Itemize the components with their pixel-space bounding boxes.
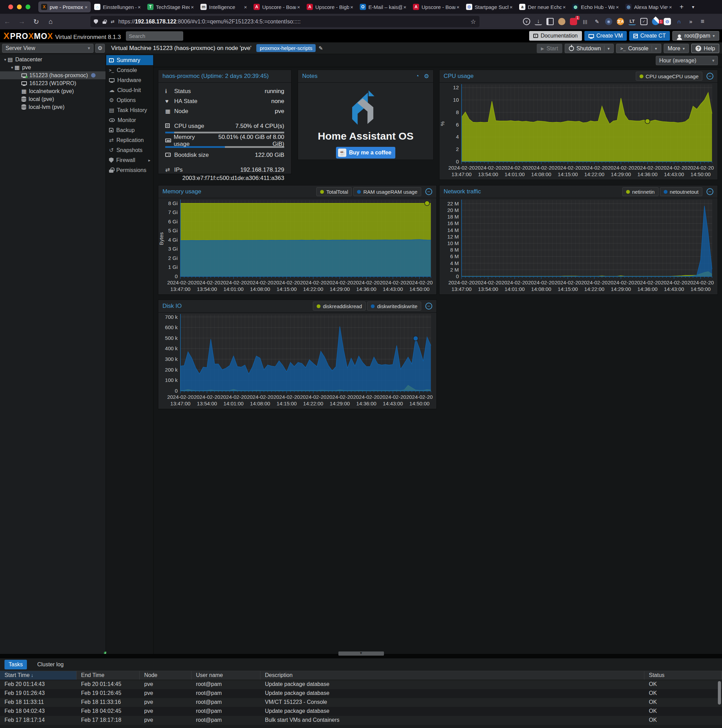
- tab-close-icon[interactable]: ×: [668, 4, 673, 10]
- edit-tags-pencil-icon[interactable]: ✎: [319, 45, 323, 51]
- sidebar-icon[interactable]: [546, 18, 554, 25]
- menu-item-options[interactable]: ⚙Options: [106, 95, 153, 105]
- notes-open-icon[interactable]: ◔: [415, 73, 419, 80]
- table-row[interactable]: Feb 17 18:17:14Feb 17 18:17:18pveroot@pa…: [0, 716, 722, 725]
- tree-expander-icon[interactable]: ▾: [10, 65, 14, 70]
- bottom-splitter[interactable]: ▼: [0, 654, 722, 658]
- chevron-down-icon[interactable]: ▾: [655, 46, 657, 51]
- global-search-input[interactable]: Search: [126, 31, 183, 41]
- tasks-scrollbar[interactable]: [718, 681, 721, 705]
- menu-item-cloud-init[interactable]: ☁Cloud-Init: [106, 85, 153, 95]
- window-minimize-button[interactable]: [17, 5, 22, 9]
- url-bar[interactable]: ⇄ https://192.168.178.122:8006/#v1:0:=qe…: [90, 16, 480, 27]
- extension-globe-icon[interactable]: ◉: [605, 18, 612, 25]
- help-button[interactable]: ? Help: [691, 44, 719, 53]
- browser-tab[interactable]: AUpscore - Boards×: [410, 2, 463, 12]
- tracking-protection-shield-icon[interactable]: [94, 19, 98, 24]
- window-close-button[interactable]: [8, 5, 13, 9]
- start-button[interactable]: ▶ Start: [537, 44, 562, 53]
- legend-item-cpu-usage[interactable]: CPU usageCPU usage: [636, 72, 702, 81]
- menu-item-summary[interactable]: Summary: [106, 55, 153, 65]
- menu-item-monitor[interactable]: Monitor: [106, 115, 153, 125]
- tab-close-icon[interactable]: ×: [562, 4, 567, 10]
- notes-settings-gear-icon[interactable]: ⚙: [424, 73, 429, 80]
- menu-item-replication[interactable]: ⇄Replication: [106, 135, 153, 145]
- column-header-start-time[interactable]: Start Time ↓: [0, 671, 77, 680]
- collapse-panel-icon[interactable]: −: [425, 188, 432, 195]
- vm-tag[interactable]: proxmox-helper-scripts: [256, 44, 316, 52]
- chevron-down-icon[interactable]: ▾: [607, 46, 610, 51]
- shutdown-button[interactable]: Shutdown ▾: [565, 44, 614, 53]
- column-header-end-time[interactable]: End Time: [77, 671, 140, 680]
- pocket-icon[interactable]: ∨: [523, 18, 530, 25]
- overflow-chevrons-icon[interactable]: »: [687, 18, 694, 25]
- permissions-icon[interactable]: ⇄: [111, 19, 114, 24]
- more-button[interactable]: More▾: [664, 44, 689, 53]
- list-all-tabs-button[interactable]: ▾: [688, 4, 699, 10]
- menu-item-hardware[interactable]: Hardware: [106, 75, 153, 85]
- legend-item-total[interactable]: TotalTotal: [316, 187, 352, 196]
- bookmark-star-icon[interactable]: ☆: [471, 18, 476, 26]
- browser-tab[interactable]: mIntelligence×: [198, 2, 250, 12]
- tab-close-icon[interactable]: ×: [402, 4, 408, 10]
- tab-close-icon[interactable]: ×: [136, 4, 142, 10]
- tree-item-pve[interactable]: ▾▦✓pve: [0, 63, 106, 71]
- menu-hamburger-icon[interactable]: ≡: [699, 18, 706, 25]
- tab-close-icon[interactable]: ×: [296, 4, 301, 10]
- console-button[interactable]: >_ Console ▾: [616, 44, 661, 53]
- tree-item-local-pve-[interactable]: local (pve): [0, 95, 106, 103]
- browser-tab[interactable]: Xpve - Proxmox Virt×: [38, 2, 91, 12]
- extension-drop-icon[interactable]: 1: [651, 17, 661, 27]
- tree-item-161223-w10pro-[interactable]: 161223 (W10PRO): [0, 79, 106, 87]
- collapse-panel-icon[interactable]: −: [425, 303, 432, 309]
- menu-item-permissions[interactable]: Permissions: [106, 165, 153, 175]
- extension-startpage-icon[interactable]: ⊙: [664, 18, 671, 25]
- extension-adblock-icon[interactable]: 1: [570, 18, 577, 25]
- tree-item-datacenter[interactable]: ▾▤Datacenter: [0, 55, 106, 63]
- table-row[interactable]: Feb 19 01:26:43Feb 19 01:26:45pveroot@pa…: [0, 689, 722, 698]
- browser-tab[interactable]: TTechStage Red-Pl×: [144, 2, 197, 12]
- collapse-panel-icon[interactable]: −: [707, 188, 713, 195]
- legend-item-netout[interactable]: netoutnetout: [660, 187, 702, 196]
- user-menu-button[interactable]: root@pam ▾: [672, 31, 719, 41]
- table-row[interactable]: Feb 18 11:33:11Feb 18 11:33:16pveroot@pa…: [0, 698, 722, 707]
- view-mode-select[interactable]: Server View▾: [2, 44, 94, 53]
- browser-tab[interactable]: aDer neue Echo Hu×: [517, 2, 569, 12]
- url-text[interactable]: https://192.168.178.122:8006/#v1:0:=qemu…: [118, 18, 471, 25]
- collapse-panel-icon[interactable]: −: [707, 73, 713, 80]
- browser-tab[interactable]: AUpscore - Bigboar×: [304, 2, 356, 12]
- legend-item-ram-usage[interactable]: RAM usageRAM usage: [353, 187, 421, 196]
- menu-item-console[interactable]: >_Console: [106, 65, 153, 75]
- lock-icon[interactable]: [103, 21, 106, 24]
- view-settings-gear-icon[interactable]: ⚙: [95, 44, 105, 53]
- browser-tab[interactable]: AUpscore - Boards×: [251, 2, 303, 12]
- column-header-status[interactable]: Status: [644, 671, 722, 680]
- downloads-icon[interactable]: ↓: [535, 18, 542, 25]
- extension-fence-icon[interactable]: |||: [582, 18, 589, 25]
- extension-languagetool-icon[interactable]: LT: [628, 18, 636, 25]
- browser-tab[interactable]: ⊙Startpage Sucherg×: [463, 2, 516, 12]
- create-vm-button[interactable]: Create VM: [584, 31, 627, 41]
- extension-vpn-icon[interactable]: ∩: [675, 18, 683, 25]
- new-tab-button[interactable]: +: [675, 3, 688, 11]
- tree-item-local-lvm-pve-[interactable]: local-lvm (pve): [0, 103, 106, 111]
- column-header-description[interactable]: Description: [261, 671, 644, 680]
- browser-tab[interactable]: ◎Alexa Map View im×: [622, 2, 675, 12]
- tasks-tab-tasks[interactable]: Tasks: [5, 660, 27, 669]
- forward-icon[interactable]: →: [14, 18, 29, 26]
- tab-close-icon[interactable]: ×: [83, 4, 89, 10]
- back-icon[interactable]: ←: [0, 18, 14, 26]
- collapse-handle[interactable]: ▼: [339, 652, 384, 656]
- table-row[interactable]: Feb 18 04:02:43Feb 18 04:02:45pveroot@pa…: [0, 707, 722, 716]
- tasks-tab-cluster-log[interactable]: Cluster log: [33, 660, 67, 669]
- browser-tab[interactable]: ⌂Einstellungen – Ho×: [91, 2, 144, 12]
- buy-me-a-coffee-button[interactable]: ☕ Buy me a coffee: [336, 147, 395, 159]
- extension-translate-icon[interactable]: 文A: [617, 18, 624, 25]
- menu-item-task-history[interactable]: ▤Task History: [106, 105, 153, 115]
- tab-close-icon[interactable]: ×: [243, 4, 248, 10]
- browser-tab[interactable]: ◍Echo Hub - Wandh×: [570, 2, 622, 12]
- column-header-user-name[interactable]: User name: [192, 671, 261, 680]
- reload-icon[interactable]: ↻: [29, 18, 43, 26]
- tab-close-icon[interactable]: ×: [509, 4, 514, 10]
- column-header-node[interactable]: Node: [140, 671, 192, 680]
